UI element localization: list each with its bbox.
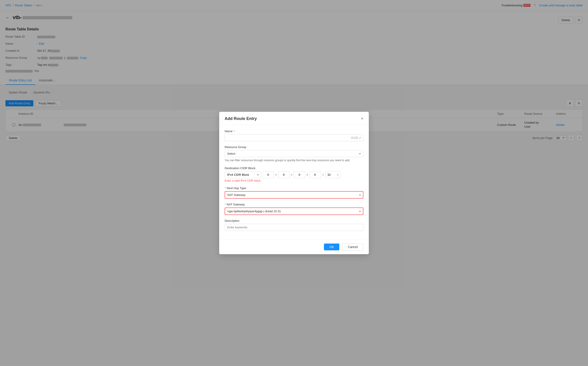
modal-body: Name ? 0/128 ✓ Resource Group: [219, 125, 369, 239]
next-hop-type-select[interactable]: NAT Gateway Internet Gateway VPN Gateway…: [225, 191, 363, 199]
resource-group-select[interactable]: Select: [225, 150, 363, 157]
ok-button[interactable]: OK: [324, 244, 339, 250]
cidr-octet-3[interactable]: [294, 171, 305, 178]
resource-group-group: Resource Group Select You can filter res…: [225, 145, 363, 162]
description-group: Description: [225, 219, 363, 231]
modal-footer: OK Cancel: [219, 239, 369, 254]
cidr-octet-1[interactable]: [262, 171, 274, 178]
name-input[interactable]: [225, 134, 363, 141]
cidr-group: Destination CIDR Block IPv4 CIDR Block I…: [225, 167, 363, 182]
nat-gateway-select[interactable]: ngw-bplllavbyiktyiyar4pgqp | dciiad 10 3…: [225, 207, 363, 215]
modal-overlay: Add Route Entry × Name ? 0/128 ✓: [0, 0, 588, 366]
valid-icon: ✓: [359, 136, 362, 140]
cidr-error-text: Enter a valid IPv4 CIDR block.: [225, 179, 363, 182]
name-help-icon[interactable]: ?: [234, 130, 235, 133]
next-hop-type-group: * Next Hop Type NAT Gateway Internet Gat…: [225, 186, 363, 199]
description-input[interactable]: [225, 224, 363, 231]
cidr-prefix-select[interactable]: 32 24 16 8: [325, 171, 340, 178]
cidr-type-select[interactable]: IPv4 CIDR Block IPv6 CIDR Block: [225, 171, 261, 178]
cidr-octet-4[interactable]: [309, 171, 321, 178]
cancel-button[interactable]: Cancel: [342, 243, 363, 251]
resource-group-hint: You can filter resources through resourc…: [225, 158, 363, 162]
modal-header: Add Route Entry ×: [219, 112, 369, 125]
modal-title: Add Route Entry: [225, 116, 257, 121]
nat-gateway-group: * NAT Gateway ngw-bplllavbyiktyiyar4pgqp…: [225, 203, 363, 215]
cidr-octet-2[interactable]: [278, 171, 290, 178]
add-route-entry-modal: Add Route Entry × Name ? 0/128 ✓: [219, 112, 369, 254]
name-group: Name ? 0/128 ✓: [225, 130, 363, 141]
modal-close-button[interactable]: ×: [361, 116, 363, 121]
